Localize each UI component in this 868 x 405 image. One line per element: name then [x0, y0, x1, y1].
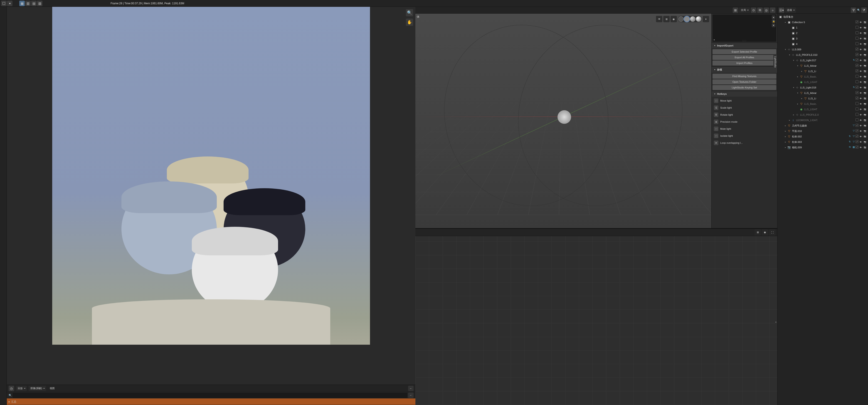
hotkeys-header[interactable]: Hotkeys	[712, 91, 777, 97]
render-visibility-icon[interactable]	[863, 42, 867, 46]
restrict-checkbox[interactable]	[856, 102, 859, 105]
filter-search-icon[interactable]: 🔍	[857, 9, 860, 11]
snap-toggle-icon[interactable]: ⧉	[757, 7, 763, 13]
visibility-icon[interactable]	[859, 113, 863, 116]
tree-toggle[interactable]: ▸	[784, 21, 787, 23]
shading-wireframe[interactable]	[678, 16, 684, 22]
visibility-icon[interactable]	[859, 21, 863, 24]
tree-toggle[interactable]: ▸	[800, 97, 803, 100]
render-visibility-icon[interactable]	[863, 113, 867, 116]
tree-toggle[interactable]: ▸	[784, 125, 787, 127]
render-visibility-icon[interactable]	[863, 53, 867, 57]
timeline-search-input[interactable]	[13, 393, 407, 398]
visibility-icon[interactable]	[859, 145, 863, 149]
viewport-3d-canvas[interactable]: 体 👁 ⊞ ◉ ▾	[415, 13, 711, 228]
tree-row[interactable]: ▸ ▽ LLS_Li	[777, 68, 868, 74]
visibility-icon[interactable]	[859, 75, 863, 78]
outliner-filter-icon[interactable]: ∇	[851, 7, 856, 13]
timeline-editor-icon[interactable]: ◷	[9, 386, 14, 391]
proportional-icon[interactable]: ◎	[764, 7, 769, 13]
lower-expand-icon[interactable]: ⛶	[769, 229, 775, 236]
restrict-checkbox[interactable]	[856, 80, 859, 83]
visibility-icon[interactable]	[859, 31, 863, 35]
snap-icon[interactable]: ⊞	[733, 7, 738, 13]
visibility-icon[interactable]	[859, 26, 863, 30]
shading-rendered[interactable]	[696, 16, 702, 22]
display-mode-4-icon[interactable]: ▧	[37, 1, 42, 6]
render-visibility-icon[interactable]	[863, 64, 867, 68]
pivot-icon[interactable]: ⊙	[751, 7, 756, 13]
view-menu[interactable]: 视图	[48, 386, 57, 390]
render-viewport[interactable]: 🔍 ✋	[7, 7, 415, 384]
visibility-icon[interactable]	[859, 64, 863, 68]
render-visibility-icon[interactable]	[863, 91, 867, 95]
tree-toggle[interactable]: ▾	[788, 54, 791, 56]
visibility-icon[interactable]	[859, 42, 863, 46]
mode-dropdown-icon[interactable]: ▾	[7, 1, 12, 6]
lower-viewport-canvas[interactable]: ◂	[415, 236, 777, 405]
tree-row[interactable]: ▾ ⊹ LLS_Light.018 ↯	[777, 85, 868, 90]
tree-toggle[interactable]: ▸	[800, 70, 803, 72]
shading-material[interactable]	[690, 16, 695, 22]
tree-toggle[interactable]: ▸	[788, 119, 791, 121]
editor-type-icon[interactable]	[1, 1, 7, 6]
render-visibility-icon[interactable]	[863, 59, 867, 62]
render-visibility-icon[interactable]	[863, 107, 867, 111]
keying-set-button[interactable]: LightStudio Keying Set	[713, 85, 776, 90]
tree-row[interactable]: ▾ ▽ LLS_Advar	[777, 63, 868, 68]
tree-toggle[interactable]: ▾	[792, 87, 795, 89]
xray-icon[interactable]: ◉	[671, 16, 677, 22]
render-visibility-icon[interactable]	[863, 26, 867, 30]
visibility-icon[interactable]	[859, 47, 863, 51]
render-visibility-icon[interactable]	[863, 124, 867, 128]
restrict-checkbox[interactable]	[856, 97, 859, 100]
visibility-icon[interactable]	[859, 140, 863, 144]
tree-row[interactable]: ▾ ⊹ LLS_Light.017 ↯	[777, 58, 868, 63]
restrict-checkbox[interactable]	[856, 59, 859, 62]
restrict-checkbox[interactable]	[856, 124, 859, 127]
lower-snap-icon[interactable]: ⊞	[754, 229, 761, 236]
find-missing-button[interactable]: Find Missing Textures	[713, 74, 776, 79]
restrict-checkbox[interactable]	[856, 42, 859, 45]
misc-header[interactable]: 杂项	[712, 67, 777, 73]
tree-row[interactable]: ▣ 1	[777, 25, 868, 30]
visibility-icon[interactable]	[859, 129, 863, 133]
tree-row[interactable]: ▸ ▽ LLS_Basic.	[777, 74, 868, 79]
shading-solid[interactable]	[684, 16, 690, 22]
tree-row[interactable]: ▸ 📷 相机.009 ⟲▦	[777, 145, 868, 150]
visibility-icon[interactable]	[859, 37, 863, 40]
pan-icon[interactable]: ✋	[406, 19, 413, 26]
tree-row[interactable]: ▸ ⟊ LEOMOON_LIGHT.	[777, 117, 868, 123]
restrict-checkbox[interactable]	[856, 119, 859, 121]
render-visibility-icon[interactable]	[863, 135, 867, 138]
visibility-icon[interactable]	[859, 69, 863, 73]
lightstudio-tab[interactable]: LightStudio	[773, 55, 777, 69]
export-selected-button[interactable]: Export Selected Profile	[713, 49, 776, 54]
tree-row[interactable]: ▸ ▽ 柱体.002 ↯▽	[777, 134, 868, 139]
outliner-options-dropdown[interactable]: 选项	[785, 7, 796, 13]
tree-row[interactable]: ▸ ⊹ LLS_PROFILE.0	[777, 112, 868, 117]
restrict-checkbox[interactable]	[856, 86, 859, 89]
tree-toggle[interactable]: ▾	[784, 48, 787, 50]
render-visibility-icon[interactable]	[863, 145, 867, 149]
display-mode-2-icon[interactable]: ▥	[25, 1, 31, 6]
outliner-funnel-icon[interactable]: ⧩	[861, 7, 867, 13]
visibility-icon[interactable]	[859, 80, 863, 84]
summary-row[interactable]: ▸ 汇总	[7, 398, 415, 405]
display-mode-3-icon[interactable]: ▤	[31, 1, 36, 6]
visibility-icon[interactable]	[859, 102, 863, 106]
restrict-checkbox[interactable]	[856, 47, 859, 50]
visibility-icon[interactable]	[859, 97, 863, 100]
render-visibility-icon[interactable]	[863, 86, 867, 89]
scene-collection-row[interactable]: ▣ 场景集合	[777, 14, 868, 20]
outliner-editor-icon[interactable]: ☰▾	[779, 7, 784, 13]
playback-dropdown[interactable]: 回放	[16, 386, 27, 391]
restrict-checkbox[interactable]	[856, 37, 859, 40]
visibility-icon[interactable]	[859, 135, 863, 138]
preview-lock-icon[interactable]: 🔒	[772, 20, 775, 23]
panel-preview[interactable]: ▲ 🔒 ▼ ▸	[713, 14, 776, 42]
restrict-checkbox[interactable]	[856, 107, 859, 110]
preview-up-icon[interactable]: ▲	[772, 15, 775, 19]
tree-toggle[interactable]: ▸	[796, 103, 799, 105]
restrict-checkbox[interactable]	[856, 75, 859, 78]
